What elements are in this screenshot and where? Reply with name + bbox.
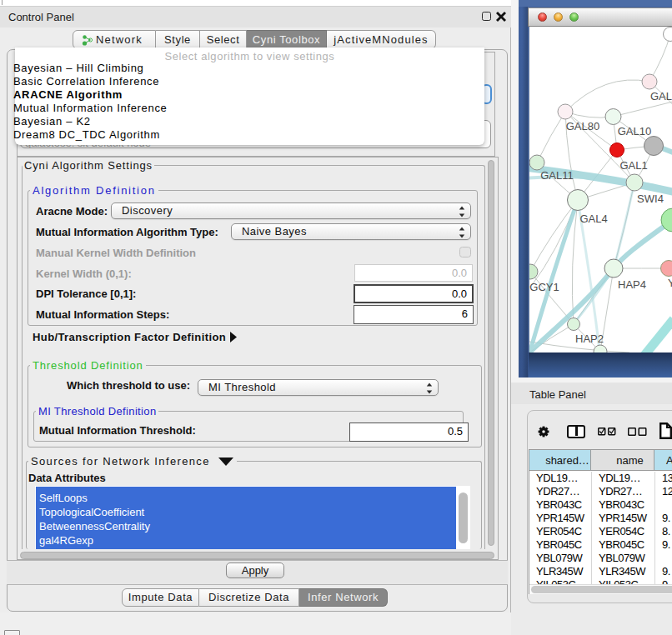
svg-text:GAL11: GAL11 xyxy=(540,169,574,182)
svg-text:GAL1: GAL1 xyxy=(619,159,647,172)
svg-text:HAP4: HAP4 xyxy=(618,278,646,291)
svg-text:GAL10: GAL10 xyxy=(618,125,651,138)
svg-text:GCY1: GCY1 xyxy=(529,281,559,293)
svg-text:SWI4: SWI4 xyxy=(637,192,664,205)
svg-text:GAL: GAL xyxy=(650,90,672,102)
svg-text:Y: Y xyxy=(668,277,672,289)
svg-text:HAP2: HAP2 xyxy=(575,332,604,345)
svg-text:GAL80: GAL80 xyxy=(566,120,599,132)
svg-text:GAL4: GAL4 xyxy=(579,212,607,225)
